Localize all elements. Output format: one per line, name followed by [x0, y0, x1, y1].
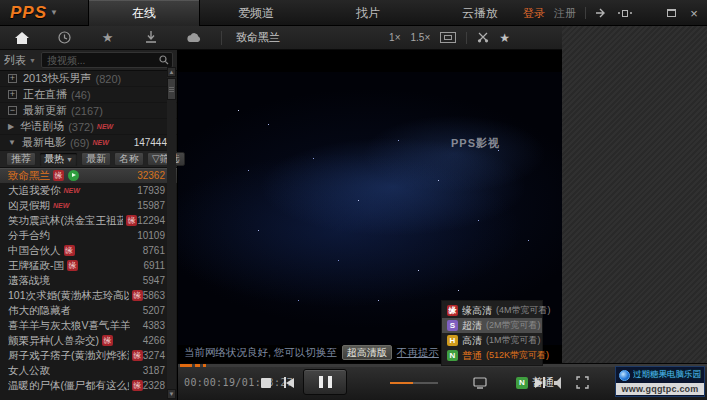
logo-dropdown-icon[interactable]: ▼: [50, 8, 58, 17]
sidebar-category[interactable]: ▶华语剧场(372)NEW: [0, 119, 177, 135]
expander-plus-icon[interactable]: +: [8, 74, 17, 83]
titlebar-tab[interactable]: 在线: [88, 0, 200, 26]
expander-expanded-icon[interactable]: ▼: [8, 138, 16, 147]
titlebar-tab[interactable]: 爱频道: [200, 0, 312, 26]
mini-mode-icon[interactable]: [618, 10, 632, 17]
fullscreen-button[interactable]: [572, 364, 592, 400]
movie-row[interactable]: 厨子戏子痞子(黄渤刘烨张涵予)缘3274: [0, 348, 177, 363]
chevron-down-icon: ▼: [29, 57, 36, 64]
volume-fill: [390, 382, 413, 384]
movie-row[interactable]: 遗落战境5947: [0, 273, 177, 288]
new-badge: NEW: [92, 139, 108, 146]
movie-row[interactable]: 笑功震武林(洪金宝王祖蓝吴君如...缘12294: [0, 213, 177, 228]
close-button[interactable]: ×: [687, 7, 701, 20]
monitor-icon: [473, 377, 487, 389]
register-link[interactable]: 注册: [554, 6, 576, 21]
volume-slider[interactable]: [413, 382, 438, 384]
quality-button[interactable]: N 普通: [516, 375, 554, 390]
movie-count: 6911: [143, 260, 165, 271]
search-box: [41, 52, 173, 68]
search-input[interactable]: [45, 54, 159, 67]
filter-tab[interactable]: 推荐: [6, 152, 36, 166]
volume-icon[interactable]: [552, 364, 568, 400]
quality-item[interactable]: H高清(1M带宽可看): [442, 333, 542, 348]
scroll-up-button[interactable]: ▲: [167, 67, 176, 77]
previous-button[interactable]: [279, 364, 299, 400]
site-watermark: 过期糖果电脑乐园 www.gqgtpc.com: [615, 366, 705, 397]
zoom-15x-button[interactable]: 1.5×: [410, 32, 430, 43]
list-dropdown[interactable]: 列表 ▼: [4, 53, 36, 68]
filter-tab[interactable]: 最热 ▼: [39, 152, 78, 167]
category-list: +2013快乐男声(820)+正在直播(46)−最新更新(2167)▶华语剧场(…: [0, 71, 177, 151]
dock-arrow-icon[interactable]: [595, 8, 609, 18]
sidebar-category[interactable]: +正在直播(46): [0, 87, 177, 103]
titlebar-tab[interactable]: 找片: [312, 0, 424, 26]
movie-row[interactable]: 温暖的尸体(僵尸都有这么帅)缘2328: [0, 378, 177, 393]
movie-row[interactable]: 凶灵假期NEW15987: [0, 198, 177, 213]
movie-count: 4266: [143, 335, 165, 346]
history-icon[interactable]: [43, 26, 86, 50]
zoom-separator: [466, 32, 467, 44]
movie-row[interactable]: 王牌猛政-国缘6911: [0, 258, 177, 273]
category-total-count: 147444: [134, 137, 167, 148]
search-icon[interactable]: [159, 55, 169, 65]
quality-menu: 缘缘高清(4M带宽可看)S超清(2M带宽可看)H高清(1M带宽可看)N普通(51…: [441, 300, 543, 366]
pps-logo[interactable]: PPS: [10, 3, 47, 23]
scroll-down-button[interactable]: ▼: [167, 389, 176, 399]
movie-title: 笑功震武林(洪金宝王祖蓝吴君如...: [8, 214, 123, 228]
login-link[interactable]: 登录: [523, 6, 545, 21]
movie-title: 温暖的尸体(僵尸都有这么帅): [8, 379, 129, 393]
movie-row[interactable]: 大追我爱你NEW17939: [0, 183, 177, 198]
movie-title: 王牌猛政-国: [8, 259, 64, 273]
movie-row[interactable]: 致命黑兰缘32362: [0, 168, 177, 183]
pps-player-window: PPS ▼ 在线爱频道找片云播放 登录 注册 × ★: [0, 0, 707, 400]
expander-plus-icon[interactable]: +: [8, 90, 17, 99]
quality-desc: (2M带宽可看): [486, 319, 541, 332]
home-icon[interactable]: [0, 26, 43, 50]
quality-item[interactable]: 缘缘高清(4M带宽可看): [442, 303, 542, 318]
play-icon[interactable]: [68, 170, 79, 181]
yuan-badge: 缘: [64, 245, 75, 256]
screen-size-button[interactable]: [470, 364, 490, 400]
movie-title: 遗落战境: [8, 274, 50, 288]
sidebar-category[interactable]: +2013快乐男声(820): [0, 71, 177, 87]
stop-button[interactable]: [256, 364, 276, 400]
filter-tab[interactable]: 名称: [114, 152, 144, 166]
filter-tab[interactable]: ▽筛选: [147, 152, 185, 166]
sidebar-category[interactable]: −最新更新(2167): [0, 103, 177, 119]
expander-collapsed-icon[interactable]: ▶: [8, 122, 14, 131]
movie-count: 17939: [137, 185, 165, 196]
category-label: 正在直播: [23, 87, 67, 102]
favorite-star-icon[interactable]: ★: [499, 31, 510, 45]
quality-item[interactable]: S超清(2M带宽可看): [442, 318, 542, 333]
quality-badge-icon: N: [447, 350, 458, 361]
movie-row[interactable]: 女人公敌3187: [0, 363, 177, 378]
movie-row[interactable]: 中国合伙人缘8761: [0, 243, 177, 258]
scrollbar-thumb[interactable]: [167, 78, 176, 100]
dismiss-link[interactable]: 不再提示: [397, 346, 439, 360]
sidebar-scrollbar[interactable]: ▲ ▼: [167, 67, 176, 399]
category-label: 最新更新: [23, 103, 67, 118]
screenshot-scissors-icon[interactable]: [477, 31, 489, 45]
toolbar: ★ 致命黑兰 1× 1.5× ★: [0, 26, 562, 50]
site-name: 过期糖果电脑乐园: [633, 369, 701, 381]
quality-switch-button[interactable]: 超高清版: [342, 345, 392, 360]
movie-row[interactable]: 伟大的隐藏者5207: [0, 303, 177, 318]
quality-item[interactable]: N普通(512K带宽可看): [442, 348, 542, 363]
movie-row[interactable]: 颤栗异种(人兽杂交)缘4266: [0, 333, 177, 348]
maximize-button[interactable]: [664, 7, 678, 19]
movie-row[interactable]: 101次求婚(黄渤林志玲高以翔)缘5863: [0, 288, 177, 303]
cloud-icon[interactable]: [172, 26, 215, 50]
favorites-icon[interactable]: ★: [86, 26, 129, 50]
titlebar-tab[interactable]: 云播放: [424, 0, 536, 26]
expander-minus-icon[interactable]: −: [8, 106, 17, 115]
aspect-ratio-icon[interactable]: [440, 32, 456, 43]
filter-tab[interactable]: 最新: [81, 152, 111, 166]
zoom-1x-button[interactable]: 1×: [389, 32, 400, 43]
sidebar-category[interactable]: ▼最新电影(69)NEW147444: [0, 135, 177, 151]
movie-count: 32362: [137, 170, 165, 181]
movie-row[interactable]: 喜羊羊与灰太狼V喜气羊羊过蛇年4383: [0, 318, 177, 333]
download-icon[interactable]: [129, 26, 172, 50]
movie-row[interactable]: 分手合约10109: [0, 228, 177, 243]
play-pause-button[interactable]: [303, 369, 347, 395]
